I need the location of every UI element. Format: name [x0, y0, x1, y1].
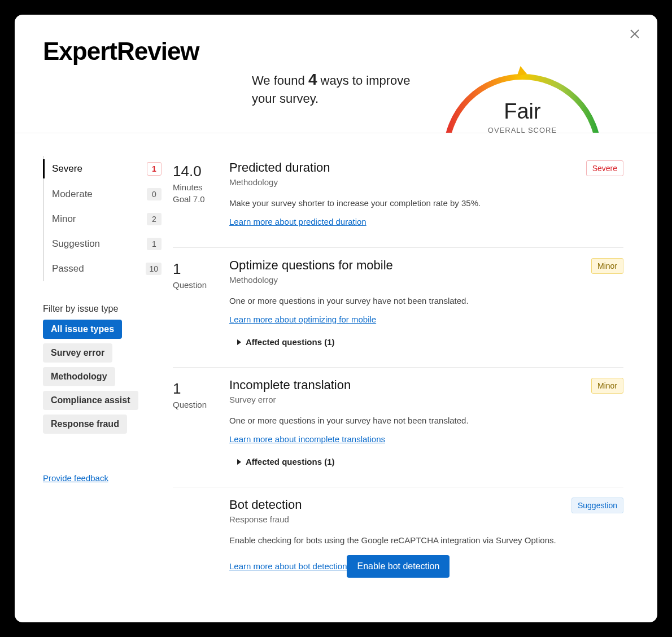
filter-chip-methodology[interactable]: Methodology — [43, 367, 115, 386]
severity-item-suggestion[interactable]: Suggestion1 — [44, 232, 162, 256]
affected-label: Affected questions (1) — [246, 457, 335, 466]
issue-metric: 1Question — [173, 258, 229, 347]
issue-list: 14.0MinutesGoal 7.0Predicted durationMet… — [173, 133, 657, 622]
severity-badge: Minor — [591, 258, 623, 274]
issue-description: One or more questions in your survey hav… — [229, 295, 623, 307]
severity-label: Suggestion — [52, 238, 100, 250]
metric-goal: Goal 7.0 — [173, 194, 229, 204]
filter-heading: Filter by issue type — [43, 304, 162, 314]
brand-title: ExpertReview — [43, 37, 252, 133]
affected-label: Affected questions (1) — [246, 337, 335, 347]
provide-feedback-link[interactable]: Provide feedback — [43, 473, 108, 483]
issue-title: Bot detection — [229, 498, 302, 512]
gauge-score-label: Fair — [435, 99, 610, 124]
filter-chip-all-issue-types[interactable]: All issue types — [43, 320, 122, 339]
severity-count: 2 — [147, 213, 162, 225]
metric-value: 1 — [173, 380, 229, 398]
issue-main: Bot detectionResponse fraudSuggestionEna… — [229, 498, 623, 578]
gauge-sub-label: OVERALL SCORE — [435, 126, 610, 133]
learn-more-link[interactable]: Learn more about bot detection — [229, 561, 347, 571]
affected-questions-toggle[interactable]: Affected questions (1) — [229, 337, 623, 347]
issue-title: Incomplete translation — [229, 378, 351, 392]
severity-list: Severe1Moderate0Minor2Suggestion1Passed1… — [43, 156, 162, 281]
metric-unit: Question — [173, 400, 229, 409]
severity-count: 1 — [147, 162, 162, 176]
severity-label: Moderate — [52, 189, 93, 200]
summary-text: We found 4 ways to improve your survey. — [252, 37, 416, 133]
issue-metric: 14.0MinutesGoal 7.0 — [173, 160, 229, 227]
severity-item-moderate[interactable]: Moderate0 — [44, 182, 162, 207]
metric-value: 14.0 — [173, 163, 229, 180]
severity-badge: Severe — [586, 160, 623, 176]
filter-chip-survey-error[interactable]: Survey error — [43, 343, 112, 363]
expert-review-modal: ExpertReview We found 4 ways to improve … — [15, 15, 657, 622]
filter-chip-response-fraud[interactable]: Response fraud — [43, 415, 127, 434]
severity-badge: Suggestion — [571, 498, 623, 513]
modal-header: ExpertReview We found 4 ways to improve … — [15, 15, 657, 133]
metric-unit: Question — [173, 280, 229, 290]
severity-count: 0 — [147, 188, 162, 200]
metric-value: 1 — [173, 260, 229, 278]
issue-category: Methodology — [229, 275, 393, 285]
filter-chips: All issue typesSurvey errorMethodologyCo… — [43, 320, 162, 434]
issue-category: Survey error — [229, 395, 351, 404]
severity-item-passed[interactable]: Passed10 — [44, 256, 162, 281]
issue-metric — [173, 498, 229, 578]
issue-category: Response fraud — [229, 514, 302, 524]
caret-right-icon — [237, 459, 241, 465]
issue-card: Bot detectionResponse fraudSuggestionEna… — [173, 487, 623, 589]
score-gauge: Fair OVERALL SCORE — [416, 37, 629, 133]
severity-badge: Minor — [591, 378, 623, 394]
severity-label: Minor — [52, 213, 76, 225]
severity-count: 1 — [147, 238, 162, 250]
severity-item-minor[interactable]: Minor2 — [44, 207, 162, 232]
issue-title: Predicted duration — [229, 160, 330, 175]
sidebar: Severe1Moderate0Minor2Suggestion1Passed1… — [15, 133, 173, 622]
learn-more-link[interactable]: Learn more about predicted duration — [229, 217, 366, 226]
summary-prefix: We found — [252, 73, 308, 88]
issue-category: Methodology — [229, 177, 330, 187]
issue-card: 1QuestionOptimize questions for mobileMe… — [173, 248, 623, 368]
issue-title: Optimize questions for mobile — [229, 258, 393, 273]
issue-card: 14.0MinutesGoal 7.0Predicted durationMet… — [173, 150, 623, 248]
affected-questions-toggle[interactable]: Affected questions (1) — [229, 457, 623, 466]
issue-metric: 1Question — [173, 378, 229, 466]
issue-card: 1QuestionIncomplete translationSurvey er… — [173, 368, 623, 487]
close-icon[interactable] — [628, 27, 642, 41]
gauge-needle-icon — [516, 66, 527, 76]
caret-right-icon — [237, 339, 241, 345]
learn-more-link[interactable]: Learn more about optimizing for mobile — [229, 315, 376, 324]
issue-main: Optimize questions for mobileMethodology… — [229, 258, 623, 347]
severity-item-severe[interactable]: Severe1 — [44, 156, 162, 182]
filter-chip-compliance-assist[interactable]: Compliance assist — [43, 391, 138, 410]
issue-description: Enable checking for bots using the Googl… — [229, 534, 623, 546]
issue-description: Make your survey shorter to increase you… — [229, 197, 623, 209]
issue-main: Incomplete translationSurvey errorMinorO… — [229, 378, 623, 466]
learn-more-link[interactable]: Learn more about incomplete translations — [229, 434, 385, 444]
severity-count: 10 — [146, 263, 162, 275]
severity-label: Passed — [52, 263, 84, 274]
issue-main: Predicted durationMethodologySevereMake … — [229, 160, 623, 227]
severity-label: Severe — [52, 163, 82, 174]
issue-action-button[interactable]: Enable bot detection — [347, 555, 450, 578]
metric-unit: Minutes — [173, 182, 229, 192]
issue-description: One or more questions in your survey hav… — [229, 415, 623, 426]
summary-count: 4 — [308, 71, 317, 88]
